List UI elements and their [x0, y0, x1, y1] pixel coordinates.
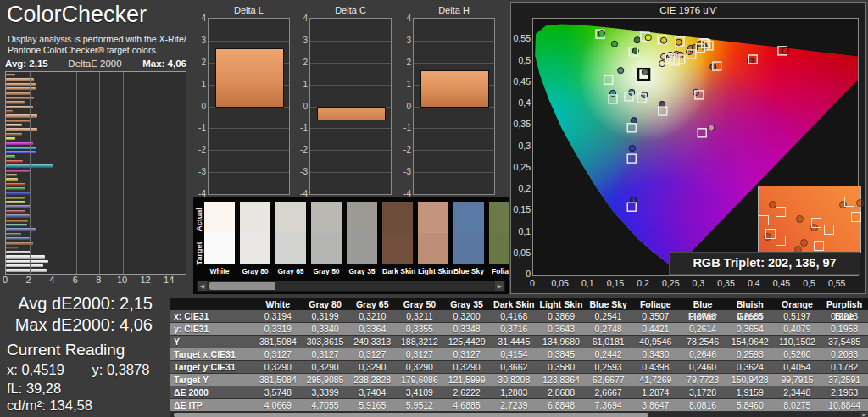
cie-y-tick-label: 0,2: [511, 183, 531, 193]
scroll-left-icon[interactable]: ◀: [198, 281, 207, 291]
mini-gridline: [414, 172, 494, 173]
inset-measured-point: [796, 215, 804, 223]
table-cell: 381,5084: [254, 336, 302, 348]
swatch-actual: [382, 202, 413, 233]
table-scrollbar-thumb[interactable]: [174, 413, 648, 417]
mini-gridline: [310, 63, 391, 64]
table-row-label: x: CIE31: [170, 310, 254, 322]
mini-axis-tick-label: 1: [293, 80, 308, 89]
measured-point: [631, 118, 637, 124]
delta-c-chart: Delta C43210-1-2-3-4: [294, 0, 396, 197]
table-cell: 2,8688: [537, 386, 585, 398]
table-column-header: Foliage: [632, 298, 680, 310]
table-cell: 238,2828: [348, 374, 396, 386]
deltae-gridline: [30, 72, 31, 274]
deltae-x-tick-label: 10: [114, 275, 131, 285]
mini-gridline: [209, 150, 289, 151]
swatch-target: [204, 233, 235, 264]
cie-y-tick-label: 0,4: [511, 97, 531, 108]
table-cell: 0,3340: [302, 323, 349, 335]
deltae-bar: [6, 260, 48, 263]
cie-x-tick-label: 0,05: [548, 278, 573, 288]
swatch-scrollbar-thumb[interactable]: [209, 282, 275, 290]
table-cell: 150,9428: [726, 374, 774, 386]
mini-axis-tick-label: -1: [293, 123, 308, 132]
deltae-bar: [6, 192, 31, 194]
deltae-bar: [6, 251, 31, 253]
inset-measured-point: [800, 239, 808, 247]
table-cell: 61,0181: [585, 336, 632, 348]
measured-point: [634, 37, 640, 43]
swatch-actual: [453, 202, 484, 233]
table-row-label: Y: [170, 336, 254, 348]
table-scrollbar[interactable]: ▶: [170, 412, 868, 417]
mini-axis-tick-label: 4: [397, 14, 411, 23]
inset-target-square: [851, 212, 861, 222]
table-cell: 8,0816: [679, 399, 726, 411]
swatch-label: Dark Skin: [382, 267, 413, 275]
table-cell: 0,3127: [396, 348, 443, 360]
table-scroll-right-icon[interactable]: ▶: [860, 412, 868, 417]
inset-target-square: [765, 229, 776, 239]
table-cell: 123,8364: [537, 374, 585, 386]
table-cell: 0,3290: [396, 361, 443, 373]
table-cell: 0,3200: [443, 310, 491, 322]
table-cell: 0,3580: [537, 361, 585, 373]
table-cell: 0,2213: [821, 310, 868, 322]
color-swatch: Gray 65: [275, 202, 306, 280]
deltae-bars: [6, 74, 186, 272]
table-cell: 1,9159: [726, 386, 774, 398]
table-cell: 0,4154: [490, 348, 537, 360]
cie-y-tick-label: 0,1: [511, 226, 531, 236]
table-cell: 8,0275: [774, 399, 821, 411]
deltae-gridline: [53, 72, 53, 274]
table-cell: 0,5260: [774, 348, 821, 360]
table-column-header: Purplish Blue: [821, 298, 868, 310]
swatch-label: Gray 65: [275, 267, 306, 275]
swatch-label: Gray 80: [240, 267, 270, 275]
cie-x-tick-label: 0,15: [603, 278, 628, 288]
measured-point: [611, 41, 617, 47]
deltae-x-tick-label: 8: [90, 275, 107, 285]
table-cell: 0,4421: [632, 323, 680, 335]
mini-axis-tick-label: 1: [192, 80, 206, 89]
table-cell: 0,3290: [443, 361, 491, 373]
table-cell: 0,3662: [490, 361, 537, 373]
table-row-label: Target y:CIE31: [170, 361, 254, 373]
mini-chart-plot: 43210-1-2-3-4: [413, 18, 495, 195]
inset-target-square: [776, 236, 786, 246]
mini-axis-tick-label: 0: [192, 102, 206, 111]
mini-axis-tick-label: -1: [192, 123, 206, 132]
table-cell: 2,6667: [585, 386, 632, 398]
swatch-target: [489, 233, 509, 264]
mini-gridline: [310, 150, 391, 151]
deltae-bar: [6, 269, 47, 271]
table-cell: 3,8647: [632, 399, 680, 411]
table-column-header: Gray 80: [302, 298, 349, 310]
scroll-right-icon[interactable]: ▶: [495, 281, 504, 291]
deltae-max-label: Max: 4,06: [142, 58, 186, 69]
table-row-label: Target x:CIE31: [170, 348, 254, 360]
table-cell: 40,9546: [632, 336, 680, 348]
cie-y-tick-label: 0,45: [511, 76, 531, 86]
measured-point: [709, 125, 715, 131]
cie-chart-title: CIE 1976 u'v': [511, 5, 865, 15]
swatch-target: [418, 233, 448, 264]
measured-point: [629, 145, 635, 151]
deltae-gridline: [170, 72, 170, 274]
mini-gridline: [209, 41, 289, 42]
table-row: Target x:CIE310,31270,31270,31270,31270,…: [170, 348, 868, 361]
mini-chart-title: Delta L: [208, 5, 290, 15]
table-column-header: Gray 35: [443, 298, 491, 310]
deltae-bar: [6, 114, 37, 117]
table-row-label: ΔE 2000: [170, 386, 254, 398]
current-y-value: y: 0,3878: [92, 362, 149, 377]
swatch-actual: [347, 202, 377, 233]
table-header-row: WhiteGray 80Gray 65Gray 50Gray 35Dark Sk…: [170, 298, 868, 310]
swatch-actual: [275, 202, 306, 233]
table-cell: 0,3643: [537, 323, 585, 335]
swatch-scrollbar[interactable]: ◀ ▶: [197, 281, 505, 292]
mini-axis-tick-label: 0: [293, 102, 308, 111]
table-cell: 0,3430: [632, 348, 680, 360]
mini-axis-tick-label: 2: [293, 58, 308, 67]
